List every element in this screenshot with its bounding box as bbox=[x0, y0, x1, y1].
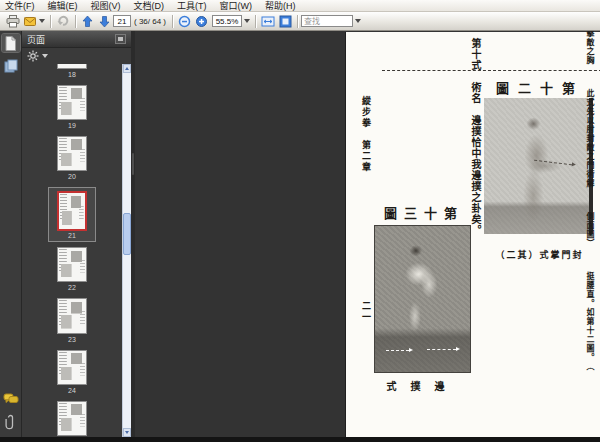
pdf-viewer-window: 文件(F) 编辑(E) 视图(V) 文档(D) 工具(T) 窗口(W) 帮助(H… bbox=[0, 0, 600, 442]
thumbnail-label: 24 bbox=[68, 387, 76, 395]
text-column: 側面圖） bbox=[477, 212, 596, 248]
scanned-page: 圖二十第 恰中我邊撲之卦矣。 第十式 術名 邊撲 用法 爲出其不意之法。 說明 … bbox=[346, 32, 600, 437]
panel-menu-button[interactable] bbox=[115, 34, 126, 44]
toolbar: ( 36/ 64 ) 55.5% bbox=[0, 12, 600, 31]
menu-item-window[interactable]: 窗口(W) bbox=[220, 0, 253, 12]
menu-item-document[interactable]: 文档(D) bbox=[134, 0, 165, 12]
email-button[interactable] bbox=[22, 13, 47, 29]
full-screen-icon bbox=[279, 15, 292, 28]
thumbnail-page-24[interactable] bbox=[57, 350, 87, 385]
up-arrow-icon bbox=[81, 15, 94, 28]
full-screen-button[interactable] bbox=[277, 13, 294, 29]
pages-icon bbox=[4, 36, 17, 51]
figure-13-heading: 圖三十第 bbox=[384, 203, 464, 222]
menu-item-help[interactable]: 帮助(H) bbox=[265, 0, 296, 12]
attachments-panel-button[interactable] bbox=[2, 413, 20, 431]
text-column: 用法 爲出其不意之法。 bbox=[371, 31, 483, 38]
zoom-dropdown-caret-icon[interactable] bbox=[244, 19, 250, 23]
options-dropdown-caret-icon[interactable] bbox=[42, 54, 48, 58]
bookmarks-panel-button[interactable] bbox=[2, 57, 20, 75]
email-dropdown-caret-icon[interactable] bbox=[39, 19, 45, 23]
scrollbar-thumb[interactable] bbox=[123, 213, 131, 255]
fit-width-button[interactable] bbox=[259, 13, 277, 29]
thumbnail-label: 18 bbox=[68, 71, 76, 79]
menu-bar: 文件(F) 编辑(E) 视图(V) 文档(D) 工具(T) 窗口(W) 帮助(H… bbox=[0, 0, 600, 12]
document-pane[interactable]: 圖二十第 恰中我邊撲之卦矣。 第十式 術名 邊撲 用法 爲出其不意之法。 說明 … bbox=[135, 31, 600, 437]
navigation-icon-strip bbox=[0, 31, 22, 437]
scroll-down-button[interactable] bbox=[123, 428, 131, 437]
toolbar-separator bbox=[75, 15, 76, 28]
text-column: 挺腰直。如第十二圖。（ bbox=[477, 272, 596, 371]
scroll-up-button[interactable] bbox=[123, 64, 131, 73]
menu-item-view[interactable]: 视图(V) bbox=[91, 0, 121, 12]
thumbnail-page-22[interactable] bbox=[57, 247, 87, 282]
thumbnail-list: 18 19 20 21 22 23 24 bbox=[22, 64, 122, 437]
down-arrow-icon bbox=[98, 15, 111, 28]
technique-explanation-text-block: 挺腰直。如第十二圖。（ 側面圖） 術解 此式先以肘封敵之門 戶。迅即出掌擊敵之胸… bbox=[468, 269, 596, 371]
text-column: 第十式 術名 邊撲 bbox=[371, 38, 483, 137]
page-range-label: ( 36/ 64 ) bbox=[134, 17, 166, 26]
dashed-arrow-icon bbox=[427, 349, 456, 350]
pages-panel-button[interactable] bbox=[2, 34, 20, 52]
figure-12-caption: （二其）式掌門封 bbox=[486, 248, 593, 261]
running-title: 縱步拳 第二章 bbox=[360, 96, 373, 186]
dashed-arrow-icon bbox=[386, 350, 409, 351]
next-page-button[interactable] bbox=[96, 13, 113, 29]
menu-item-edit[interactable]: 编辑(E) bbox=[48, 0, 78, 12]
text-column: 戶。迅即出掌擊敵之胸 bbox=[477, 31, 596, 65]
previous-page-button[interactable] bbox=[79, 13, 96, 29]
fit-width-icon bbox=[261, 15, 275, 28]
previous-view-button[interactable] bbox=[54, 13, 72, 29]
text-column: 術解 bbox=[477, 170, 596, 188]
menu-item-file[interactable]: 文件(F) bbox=[5, 0, 35, 12]
thumbnail-label: 19 bbox=[68, 122, 76, 130]
thumbnail-page-25[interactable] bbox=[57, 401, 87, 436]
zoom-out-button[interactable] bbox=[176, 13, 193, 29]
thumbnail-list-area: 18 19 20 21 22 23 24 bbox=[22, 64, 131, 437]
previous-view-icon bbox=[56, 14, 70, 28]
envelope-icon bbox=[24, 15, 37, 27]
figure-13-caption: 式撲邊 bbox=[374, 378, 471, 393]
content-area: 页面 18 19 20 21 bbox=[0, 31, 600, 437]
zoom-out-icon bbox=[178, 15, 191, 28]
printer-icon bbox=[6, 15, 20, 28]
bottom-bar bbox=[0, 437, 600, 442]
scroll-down-arrow-icon bbox=[125, 431, 129, 434]
thumbnail-label: 22 bbox=[68, 284, 76, 292]
thumbnail-page-18[interactable] bbox=[57, 64, 87, 69]
pages-panel-title: 页面 bbox=[27, 33, 45, 46]
text-column: 此式先以肘封敵之門 bbox=[477, 89, 596, 170]
zoom-level-value: 55.5% bbox=[212, 15, 242, 27]
thumbnail-label: 23 bbox=[68, 336, 76, 344]
page-number-input[interactable] bbox=[113, 15, 131, 27]
toolbar-separator bbox=[50, 15, 51, 28]
gear-icon[interactable] bbox=[27, 50, 39, 62]
zoom-in-icon bbox=[195, 15, 208, 28]
thumbnail-scrollbar[interactable] bbox=[122, 64, 131, 437]
thumbnail-label: 20 bbox=[68, 173, 76, 181]
paperclip-icon bbox=[5, 414, 16, 430]
thumbnail-label: 21 bbox=[68, 232, 76, 240]
panel-menu-icon bbox=[118, 37, 123, 41]
bookmarks-icon bbox=[4, 59, 18, 73]
search-dropdown-caret-icon[interactable] bbox=[355, 19, 361, 23]
thumbnail-selection-box[interactable]: 21 bbox=[48, 187, 96, 242]
scrollbar-track[interactable] bbox=[123, 73, 131, 428]
toolbar-separator bbox=[297, 15, 298, 28]
comments-icon bbox=[3, 393, 19, 405]
thumbnail-page-23[interactable] bbox=[57, 298, 87, 333]
menu-item-tools[interactable]: 工具(T) bbox=[177, 0, 207, 12]
comments-panel-button[interactable] bbox=[2, 390, 20, 408]
thumbnail-page-20[interactable] bbox=[57, 136, 87, 171]
scroll-up-arrow-icon bbox=[125, 67, 129, 70]
figure-13-photo bbox=[374, 225, 471, 373]
splitter-grip-icon bbox=[132, 153, 134, 175]
page-number-chinese: 二一 bbox=[360, 301, 373, 323]
zoom-in-button[interactable] bbox=[193, 13, 210, 29]
search-input[interactable] bbox=[301, 15, 353, 27]
zoom-level-select[interactable]: 55.5% bbox=[210, 13, 252, 29]
pages-panel: 页面 18 19 20 21 bbox=[22, 31, 131, 437]
thumbnail-page-21-selected[interactable] bbox=[57, 191, 87, 231]
thumbnail-page-19[interactable] bbox=[57, 85, 87, 120]
print-button[interactable] bbox=[4, 13, 22, 29]
